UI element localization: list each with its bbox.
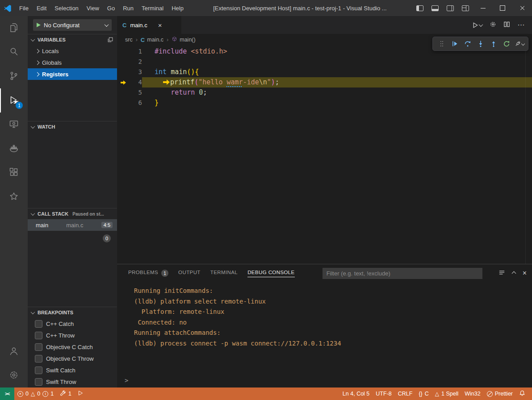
menu-item[interactable]: File <box>15 0 33 16</box>
panel-tab[interactable]: PROBLEMS 1 <box>128 264 168 282</box>
close-panel-icon[interactable]: × <box>523 270 527 277</box>
activity-bar-item-source-control[interactable] <box>0 64 28 88</box>
breakpoint-item[interactable]: Swift Catch <box>28 364 117 376</box>
panel-tab[interactable]: OUTPUT <box>178 264 201 282</box>
console-lines-icon[interactable] <box>498 269 505 277</box>
editor-settings-gear-button[interactable] <box>490 21 496 29</box>
watch-section-header[interactable]: WATCH <box>28 121 117 132</box>
activity-bar-item-extensions[interactable] <box>0 161 28 185</box>
breakpoint-item[interactable]: C++ Throw <box>28 329 117 341</box>
disconnect-button[interactable] <box>513 38 526 50</box>
notifications-indicator[interactable] <box>516 388 528 400</box>
start-debug-icon[interactable] <box>37 23 41 27</box>
debug-session-indicator[interactable] <box>75 388 87 400</box>
step-into-button[interactable] <box>474 38 487 50</box>
menu-item[interactable]: Edit <box>33 0 50 16</box>
tab-close-icon[interactable]: × <box>158 22 162 29</box>
call-stack-section-header[interactable]: CALL STACK Paused on st... <box>28 208 117 219</box>
panel-tab[interactable]: DEBUG CONSOLE <box>247 264 295 282</box>
breadcrumb-symbol[interactable]: main() <box>172 36 195 43</box>
breakpoint-checkbox[interactable] <box>35 332 42 339</box>
gutter-glyph-margin[interactable] <box>117 59 130 65</box>
collapse-all-icon[interactable] <box>107 37 113 43</box>
variables-tree-item[interactable]: Registers <box>28 68 117 80</box>
code-line[interactable]: 5 return 0; <box>117 88 532 98</box>
breakpoint-checkbox[interactable] <box>35 378 42 386</box>
breakpoint-item[interactable]: Objective C Throw <box>28 353 117 364</box>
maximize-button[interactable] <box>493 0 512 16</box>
gutter-glyph-margin[interactable] <box>117 100 130 106</box>
activity-bar-item-run-and-debug[interactable]: 1 <box>0 88 28 112</box>
menu-item[interactable]: Selection <box>50 0 82 16</box>
eol-indicator[interactable]: CRLF <box>395 388 416 400</box>
toggle-secondary-sidebar-button[interactable] <box>443 0 458 16</box>
close-window-button[interactable] <box>512 0 532 16</box>
variables-tree-item[interactable]: Locals <box>28 45 117 57</box>
restart-button[interactable] <box>500 38 513 50</box>
debug-console[interactable]: Running initCommands: (lldb) platform se… <box>117 282 532 388</box>
code-editor[interactable]: 1 #include <stdio.h> 2 <box>117 46 532 264</box>
variables-section-header[interactable]: VARIABLES <box>28 34 117 45</box>
problems-indicator[interactable]: × 0 △ 0 i 1 <box>14 388 57 400</box>
console-filter-input[interactable] <box>323 268 482 279</box>
menu-item[interactable]: Run <box>119 0 138 16</box>
activity-bar-item-settings[interactable] <box>0 363 28 388</box>
breakpoint-checkbox[interactable] <box>35 343 42 351</box>
console-output-line: Connected: no <box>134 317 532 328</box>
code-line[interactable]: 2 <box>117 57 532 67</box>
variables-tree-item[interactable]: Globals <box>28 57 117 68</box>
code-line[interactable]: 3 int main(){ <box>117 67 532 77</box>
breakpoints-section-header[interactable]: BREAKPOINTS <box>28 307 117 318</box>
breadcrumb-folder[interactable]: src <box>125 37 133 43</box>
breakpoint-checkbox[interactable] <box>35 355 42 362</box>
menu-item[interactable]: View <box>83 0 103 16</box>
activity-bar-item-remote-explorer[interactable] <box>0 112 28 137</box>
split-editor-button[interactable] <box>503 21 510 29</box>
continue-button[interactable] <box>448 38 461 50</box>
run-file-button[interactable] <box>472 22 482 29</box>
breakpoint-checkbox[interactable] <box>35 367 42 374</box>
customize-layout-button[interactable] <box>458 0 473 16</box>
breadcrumb-file[interactable]: C main.c <box>141 37 163 43</box>
activity-bar-item-search[interactable] <box>0 40 28 64</box>
language-indicator[interactable]: {} C <box>415 388 431 400</box>
activity-bar-item-explorer[interactable] <box>0 16 28 40</box>
code-line[interactable]: 4 printf("hello wamr-ide\n"); <box>117 77 532 88</box>
gutter-glyph-margin[interactable] <box>117 80 130 85</box>
step-over-button[interactable] <box>461 38 474 50</box>
breakpoint-checkbox[interactable] <box>35 320 42 328</box>
toolbar-drag-handle[interactable] <box>435 38 448 50</box>
minimize-button[interactable] <box>473 0 493 16</box>
menu-item[interactable]: Go <box>103 0 119 16</box>
activity-bar-item-docker[interactable] <box>0 137 28 161</box>
disconnect-plug-icon <box>514 40 521 47</box>
tab-main-c[interactable]: C main.c × <box>117 16 181 34</box>
line-number: 5 <box>130 88 142 98</box>
maximize-panel-icon[interactable] <box>511 271 516 275</box>
formatter-indicator[interactable]: Prettier <box>484 388 516 400</box>
gutter-glyph-margin[interactable] <box>117 70 130 75</box>
step-out-button[interactable] <box>487 38 500 50</box>
call-stack-frame[interactable]: main main.c 4:5 <box>28 219 117 231</box>
remote-indicator[interactable]: >< <box>0 388 14 400</box>
breakpoint-item[interactable]: C++ Catch <box>28 318 117 329</box>
gutter-glyph-margin[interactable] <box>117 49 130 54</box>
activity-bar-item-test-explorer[interactable] <box>0 185 28 209</box>
menu-item[interactable]: Terminal <box>138 0 168 16</box>
toggle-panel-button[interactable] <box>427 0 443 16</box>
os-indicator[interactable]: Win32 <box>461 388 483 400</box>
tools-indicator[interactable]: 1 <box>57 388 75 400</box>
panel-tab[interactable]: TERMINAL <box>210 264 238 282</box>
spell-checker-indicator[interactable]: △ 1 Spell <box>432 388 461 400</box>
debug-config-dropdown[interactable]: No Configurat <box>33 19 112 31</box>
breakpoint-item[interactable]: Objective C Catch <box>28 341 117 353</box>
console-input-prompt[interactable]: > <box>125 377 532 388</box>
activity-bar-item-accounts[interactable] <box>0 339 28 363</box>
code-line[interactable]: 6 } <box>117 98 532 108</box>
gutter-glyph-margin[interactable] <box>117 90 130 96</box>
cursor-position-indicator[interactable]: Ln 4, Col 5 <box>339 388 373 400</box>
toggle-sidebar-button[interactable] <box>412 0 427 16</box>
menu-item[interactable]: Help <box>168 0 188 16</box>
encoding-indicator[interactable]: UTF-8 <box>373 388 394 400</box>
breakpoint-item[interactable]: Swift Throw <box>28 376 117 388</box>
